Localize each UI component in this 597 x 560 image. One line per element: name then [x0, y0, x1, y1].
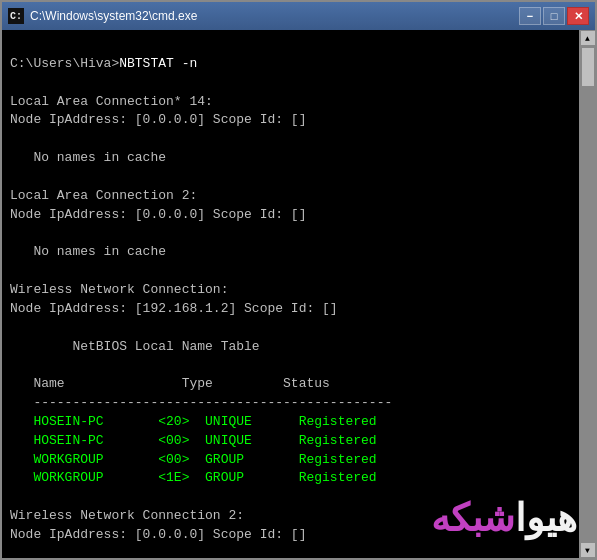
terminal-line-25: Wireless Network Connection 2: [10, 508, 244, 523]
terminal-line-6: No names in cache [10, 150, 166, 165]
terminal-line-20: HOSEIN-PC <20> UNIQUE Registered [10, 414, 377, 429]
terminal-line-16: NetBIOS Local Name Table [10, 339, 260, 354]
minimize-button[interactable]: − [519, 7, 541, 25]
terminal-line-13: Wireless Network Connection: [10, 282, 228, 297]
scroll-down-button[interactable]: ▼ [580, 542, 596, 558]
terminal-line-4: Node IpAddress: [0.0.0.0] Scope Id: [] [10, 112, 306, 127]
window-wrapper: C: C:\Windows\system32\cmd.exe − □ ✕ C:\… [0, 0, 597, 560]
terminal-line-18: Name Type Status [10, 376, 330, 391]
terminal-line-1: C:\Users\Hiva>NBTSTAT -n [10, 56, 197, 71]
scrollbar: ▲ ▼ [579, 30, 595, 558]
scrollbar-thumb[interactable] [581, 47, 595, 87]
terminal-output[interactable]: C:\Users\Hiva>NBTSTAT -n Local Area Conn… [2, 30, 579, 558]
titlebar-buttons: − □ ✕ [519, 7, 589, 25]
scrollbar-track[interactable] [580, 46, 595, 542]
terminal-line-9: Node IpAddress: [0.0.0.0] Scope Id: [] [10, 207, 306, 222]
terminal-line-3: Local Area Connection* 14: [10, 94, 213, 109]
titlebar: C: C:\Windows\system32\cmd.exe − □ ✕ [2, 2, 595, 30]
app-icon: C: [8, 8, 24, 24]
terminal-line-26: Node IpAddress: [0.0.0.0] Scope Id: [] [10, 527, 306, 542]
content-area: C:\Users\Hiva>NBTSTAT -n Local Area Conn… [2, 30, 595, 558]
terminal-line-19: ----------------------------------------… [10, 395, 392, 410]
terminal-line-14: Node IpAddress: [192.168.1.2] Scope Id: … [10, 301, 338, 316]
cmd-window: C: C:\Windows\system32\cmd.exe − □ ✕ C:\… [0, 0, 597, 560]
terminal-line-21: HOSEIN-PC <00> UNIQUE Registered [10, 433, 377, 448]
maximize-button[interactable]: □ [543, 7, 565, 25]
terminal-line-11: No names in cache [10, 244, 166, 259]
scroll-up-button[interactable]: ▲ [580, 30, 596, 46]
terminal-line-8: Local Area Connection 2: [10, 188, 197, 203]
window-title: C:\Windows\system32\cmd.exe [30, 9, 519, 23]
terminal-line-23: WORKGROUP <1E> GROUP Registered [10, 470, 377, 485]
close-button[interactable]: ✕ [567, 7, 589, 25]
terminal-line-22: WORKGROUP <00> GROUP Registered [10, 452, 377, 467]
